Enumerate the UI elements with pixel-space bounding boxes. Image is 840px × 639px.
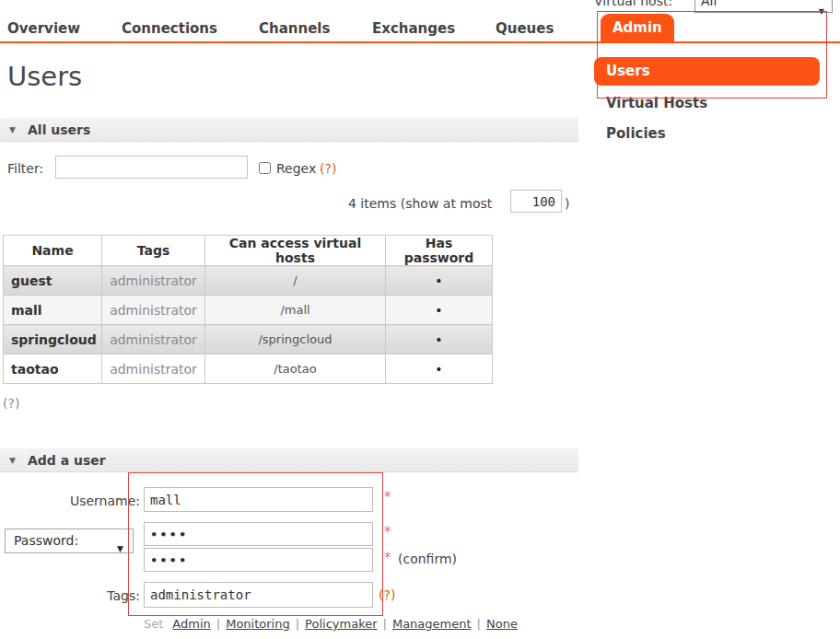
chevron-down-icon: ▼: [819, 1, 824, 22]
user-tags: administrator: [102, 325, 205, 354]
tags-label: Tags:: [7, 588, 140, 603]
virtual-host-select[interactable]: All ▼: [694, 0, 833, 13]
users-table: Name Tags Can access virtual hosts Has p…: [3, 235, 493, 384]
separator: |: [477, 617, 481, 631]
tab-admin-active[interactable]: Admin: [601, 14, 674, 42]
has-password-dot: •: [386, 296, 493, 325]
user-vhosts: /: [205, 266, 386, 296]
collapse-triangle-icon: ▼: [9, 125, 16, 134]
section-all-users[interactable]: ▼ All users: [0, 118, 578, 142]
regex-label: Regex: [276, 161, 316, 176]
user-name-link[interactable]: taotao: [4, 354, 102, 384]
tag-link-monitoring[interactable]: Monitoring: [226, 617, 290, 631]
section-add-user-title: Add a user: [28, 453, 106, 468]
has-password-dot: •: [386, 354, 493, 384]
filter-input[interactable]: [55, 156, 248, 179]
user-vhosts: /springcloud: [205, 325, 386, 354]
table-row: mall administrator /mall •: [4, 296, 493, 325]
password-type-selected-value: Password:: [14, 533, 78, 548]
separator: |: [383, 617, 387, 631]
section-all-users-title: All users: [28, 122, 90, 137]
password-input[interactable]: [144, 522, 373, 546]
separator: |: [296, 617, 299, 631]
table-row: springcloud administrator /springcloud •: [4, 325, 493, 354]
has-password-dot: •: [386, 266, 493, 296]
tab-queues[interactable]: Queues: [496, 20, 554, 37]
column-header-tags: Tags: [102, 236, 205, 266]
rabbitmq-users-page: Virtual host: All ▼ Overview Connections…: [0, 0, 840, 639]
has-password-dot: •: [386, 325, 493, 354]
column-header-name: Name: [4, 236, 102, 266]
tab-exchanges[interactable]: Exchanges: [372, 20, 455, 37]
chevron-down-icon: ▼: [117, 538, 123, 561]
section-add-user[interactable]: ▼ Add a user: [0, 448, 578, 472]
user-tags: administrator: [102, 266, 205, 296]
virtual-host-label: Virtual host:: [594, 0, 672, 8]
user-name-link[interactable]: springcloud: [4, 325, 102, 354]
separator: |: [216, 617, 220, 631]
user-name-link[interactable]: mall: [4, 296, 102, 325]
user-name-link[interactable]: guest: [4, 266, 102, 296]
username-input[interactable]: [144, 487, 373, 512]
page-title: Users: [7, 61, 82, 92]
virtual-host-selected-value: All: [701, 0, 717, 8]
user-vhosts: /mall: [205, 296, 386, 325]
required-asterisk: *: [384, 524, 391, 540]
tab-channels[interactable]: Channels: [259, 20, 330, 37]
regex-help-link[interactable]: (?): [320, 161, 336, 176]
tags-help-link[interactable]: (?): [379, 587, 395, 602]
required-asterisk: *: [384, 550, 391, 566]
tab-connections[interactable]: Connections: [122, 20, 217, 37]
user-tags: administrator: [102, 354, 205, 384]
tag-link-management[interactable]: Management: [392, 617, 472, 631]
confirm-password-input[interactable]: [144, 548, 373, 572]
username-label: Username:: [7, 494, 140, 508]
collapse-triangle-icon: ▼: [9, 456, 16, 465]
table-row: guest administrator / •: [4, 266, 493, 296]
items-close-paren: ): [565, 196, 569, 211]
password-type-select[interactable]: Password: ▼: [5, 529, 134, 553]
table-row: taotao administrator /taotao •: [4, 354, 493, 384]
sidebar-item-policies[interactable]: Policies: [606, 125, 666, 142]
user-vhosts: /taotao: [205, 354, 386, 384]
regex-checkbox[interactable]: [259, 162, 271, 174]
filter-label: Filter:: [7, 161, 43, 176]
sidebar-item-users[interactable]: Users: [594, 57, 820, 86]
tag-shortcuts-row: SetAdmin|Monitoring|Policymaker|Manageme…: [144, 617, 518, 631]
set-label: Set: [144, 617, 163, 631]
user-tags: administrator: [102, 296, 205, 325]
tags-input[interactable]: [144, 582, 373, 608]
sidebar-item-virtual-hosts[interactable]: Virtual Hosts: [606, 95, 707, 111]
table-header-row: Name Tags Can access virtual hosts Has p…: [4, 236, 493, 266]
column-header-password: Has password: [386, 236, 493, 266]
show-at-most-input[interactable]: [510, 190, 562, 213]
required-asterisk: *: [384, 489, 391, 505]
tab-overview[interactable]: Overview: [7, 20, 80, 37]
confirm-note: (confirm): [398, 552, 457, 566]
tag-link-admin[interactable]: Admin: [172, 617, 210, 631]
column-header-vhosts: Can access virtual hosts: [205, 236, 386, 266]
nav-underline: [0, 41, 840, 43]
tag-link-none[interactable]: None: [486, 617, 518, 631]
items-count-text: 4 items (show at most: [348, 196, 492, 211]
table-help-link[interactable]: (?): [3, 396, 19, 411]
tag-link-policymaker[interactable]: Policymaker: [305, 617, 377, 631]
